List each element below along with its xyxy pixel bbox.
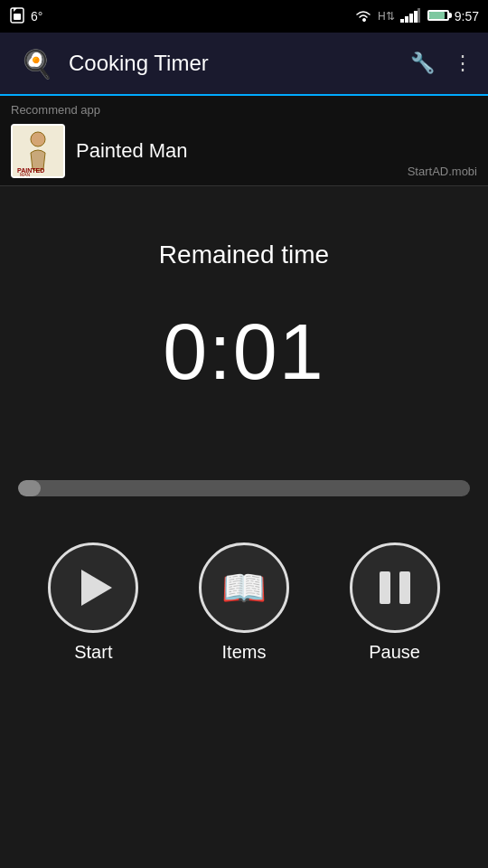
progress-area	[0, 470, 488, 506]
more-options-icon[interactable]: ⋮	[453, 52, 474, 75]
ad-source: StartAD.mobi	[408, 165, 477, 178]
start-label: Start	[74, 642, 112, 663]
toolbar: 🍳 Cooking Timer 🔧 ⋮	[0, 33, 488, 96]
toolbar-actions: 🔧 ⋮	[410, 52, 474, 75]
items-circle: 📖	[199, 542, 289, 633]
clock: 9:57	[455, 9, 479, 24]
wifi-icon	[354, 8, 372, 25]
bottom-controls: Start 📖 Items Pause	[0, 533, 488, 681]
ad-content: PAINTED MAN Painted Man StartAD.mobi	[11, 124, 477, 178]
book-icon: 📖	[221, 567, 267, 609]
svg-rect-5	[409, 14, 413, 23]
pause-circle	[350, 542, 440, 633]
svg-text:MAN: MAN	[20, 172, 31, 176]
progress-bar-fill	[18, 480, 41, 496]
pause-bar-right	[399, 571, 410, 604]
sim-icon	[9, 7, 25, 26]
status-right: H⇅ 9:57	[354, 8, 479, 25]
ad-banner[interactable]: Recommend app PAINTED MAN Painted Man St…	[0, 96, 488, 186]
svg-point-9	[31, 132, 45, 146]
play-icon	[81, 570, 112, 606]
svg-marker-2	[14, 8, 17, 12]
svg-rect-1	[14, 14, 21, 20]
ad-label: Recommend app	[11, 103, 477, 117]
pause-icon	[380, 571, 410, 604]
settings-icon[interactable]: 🔧	[410, 52, 435, 75]
ad-thumbnail: PAINTED MAN	[11, 124, 65, 178]
start-button[interactable]: Start	[48, 542, 138, 663]
app-icon: 🍳	[14, 42, 58, 85]
svg-rect-3	[400, 19, 404, 23]
chef-icon: 🍳	[20, 48, 53, 80]
battery-icon	[426, 9, 449, 24]
svg-rect-6	[414, 11, 418, 23]
data-icon: H⇅	[378, 10, 395, 23]
pause-button[interactable]: Pause	[350, 542, 440, 663]
signal-icon	[400, 8, 420, 25]
svg-rect-4	[405, 16, 408, 23]
temperature: 6°	[31, 9, 42, 24]
start-circle	[48, 542, 138, 633]
svg-rect-7	[418, 8, 420, 23]
timer-display: 0:01	[163, 306, 324, 398]
pause-bar-left	[380, 571, 390, 604]
main-content: Remained time 0:01 Start 📖 Items	[0, 186, 488, 868]
app-title: Cooking Timer	[69, 51, 410, 76]
status-left: 6°	[9, 7, 42, 26]
items-label: Items	[222, 642, 267, 663]
progress-bar-bg	[18, 480, 470, 496]
ad-app-name: Painted Man	[76, 139, 397, 163]
remained-label: Remained time	[159, 241, 329, 269]
pause-label: Pause	[369, 642, 420, 663]
items-button[interactable]: 📖 Items	[199, 542, 289, 663]
status-bar: 6° H⇅ 9:57	[0, 0, 488, 33]
